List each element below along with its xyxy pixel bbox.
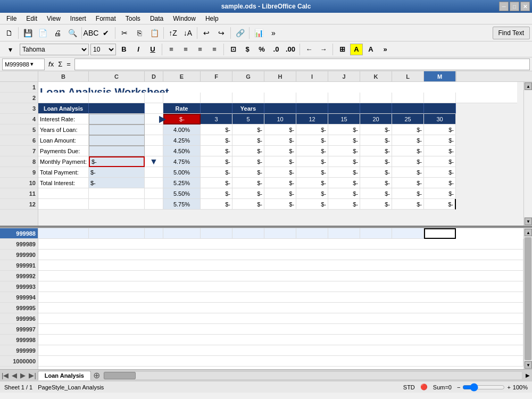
cell-i11[interactable]: $- <box>296 188 328 199</box>
cell-e3[interactable]: Rate <box>163 103 201 114</box>
currency-button[interactable]: $ <box>241 44 254 55</box>
cell-f9[interactable]: $- <box>201 167 232 178</box>
cell-c6[interactable] <box>89 135 145 146</box>
cell-f3[interactable] <box>201 103 232 114</box>
col-header-b[interactable]: B <box>38 71 89 81</box>
cell-m11[interactable]: $- <box>424 188 456 199</box>
scroll-thumb-h[interactable] <box>104 372 136 379</box>
menu-view[interactable]: View <box>43 14 65 23</box>
pdf-button[interactable]: 📄 <box>36 26 49 40</box>
cell-h7[interactable]: $- <box>264 146 296 156</box>
cell-c12[interactable] <box>89 199 145 210</box>
empty-row-999999[interactable] <box>38 345 523 356</box>
menu-file[interactable]: File <box>2 14 21 23</box>
cell-j999988[interactable] <box>328 228 360 239</box>
cell-d10[interactable] <box>145 178 163 188</box>
cell-b2[interactable] <box>38 93 89 103</box>
percent-button[interactable]: % <box>255 44 268 55</box>
cell-d2[interactable] <box>145 93 163 103</box>
cell-e999988[interactable] <box>163 228 201 239</box>
col-header-d[interactable]: D <box>145 71 163 81</box>
bold-button[interactable]: B <box>118 44 130 55</box>
cell-c11[interactable] <box>89 188 145 199</box>
sheet-nav-next[interactable]: ▶ <box>19 371 27 379</box>
col-header-j[interactable]: J <box>328 71 360 81</box>
cell-i3[interactable] <box>296 103 328 114</box>
cell-k12[interactable]: $- <box>360 199 392 210</box>
cell-i2[interactable] <box>296 93 328 103</box>
cell-k4[interactable]: 20 <box>360 114 392 124</box>
cell-e10[interactable]: 5.25% <box>163 178 201 188</box>
cell-f12[interactable]: $- <box>201 199 232 210</box>
window-controls[interactable]: ─ □ ✕ <box>499 2 530 11</box>
cell-e12[interactable]: 5.75% <box>163 199 201 210</box>
cell-k6[interactable]: $- <box>360 135 392 146</box>
zoom-out-button[interactable]: − <box>457 384 460 390</box>
cell-m4[interactable]: 30 <box>424 114 456 124</box>
cell-j4[interactable]: 15 <box>328 114 360 124</box>
cell-l10[interactable]: $- <box>392 178 424 188</box>
cell-l3[interactable] <box>392 103 424 114</box>
cell-k3[interactable] <box>360 103 392 114</box>
menu-data[interactable]: Data <box>146 14 168 23</box>
copy-button[interactable]: ⎘ <box>132 26 146 40</box>
cell-m6[interactable]: $- <box>424 135 456 146</box>
sheet-nav-last[interactable]: ▶| <box>27 371 37 379</box>
underline-button[interactable]: U <box>146 44 159 55</box>
style-dropdown-button[interactable]: ▾ <box>2 43 18 56</box>
cell-b7[interactable]: Payments Due: <box>38 146 89 156</box>
zoom-slider[interactable] <box>462 383 505 392</box>
scroll-up-button[interactable]: ▲ <box>525 82 532 90</box>
cell-g999988[interactable] <box>232 228 264 239</box>
function-wizard-button[interactable]: fx <box>47 60 55 68</box>
cell-f4[interactable]: 3 <box>201 114 232 124</box>
cell-f10[interactable]: $- <box>201 178 232 188</box>
cell-c9[interactable]: $- <box>89 167 145 178</box>
cell-d4[interactable]: ▶ <box>145 114 163 124</box>
cell-k7[interactable]: $- <box>360 146 392 156</box>
col-header-f[interactable]: F <box>201 71 232 81</box>
cell-m9[interactable]: $- <box>424 167 456 178</box>
cell-c3[interactable] <box>89 103 145 114</box>
scroll-up-button-2[interactable]: ▲ <box>525 229 532 236</box>
empty-row-999996[interactable] <box>38 313 523 324</box>
menu-format[interactable]: Format <box>92 14 120 23</box>
cell-g5[interactable]: $- <box>232 124 264 135</box>
empty-row-999989[interactable] <box>38 239 523 250</box>
formula-input[interactable] <box>74 59 530 70</box>
cell-d5[interactable] <box>145 124 163 135</box>
cell-m2[interactable] <box>424 93 456 103</box>
cell-g12[interactable]: $- <box>232 199 264 210</box>
cell-f5[interactable]: $- <box>201 124 232 135</box>
menu-edit[interactable]: Edit <box>22 14 41 23</box>
cell-d7[interactable] <box>145 146 163 156</box>
cell-e9[interactable]: 5.00% <box>163 167 201 178</box>
cell-j2[interactable] <box>328 93 360 103</box>
scroll-down-button-2[interactable]: ▼ <box>525 361 532 369</box>
cell-h11[interactable]: $- <box>264 188 296 199</box>
more-fmt-button[interactable]: » <box>379 44 392 55</box>
scrollbar-vertical-bottom[interactable]: ▲ ▼ <box>523 228 532 369</box>
cell-f6[interactable]: $- <box>201 135 232 146</box>
cell-h4[interactable]: 10 <box>264 114 296 124</box>
cell-m3[interactable] <box>424 103 456 114</box>
cell-f7[interactable]: $- <box>201 146 232 156</box>
cell-j11[interactable]: $- <box>328 188 360 199</box>
cell-c5[interactable] <box>89 124 145 135</box>
cell-h2[interactable] <box>264 93 296 103</box>
spellcheck-button[interactable]: ABC <box>84 26 98 40</box>
empty-row-999994[interactable] <box>38 292 523 303</box>
cell-m5[interactable]: $- <box>424 124 456 135</box>
empty-row-999992[interactable] <box>38 271 523 281</box>
cell-i999988[interactable] <box>296 228 328 239</box>
cell-g3[interactable]: Years <box>232 103 264 114</box>
cell-b5[interactable]: Years of Loan: <box>38 124 89 135</box>
cell-j7[interactable]: $- <box>328 146 360 156</box>
empty-row-999990[interactable] <box>38 250 523 260</box>
sheet-nav-prev[interactable]: ◀ <box>10 371 19 379</box>
cell-l5[interactable]: $- <box>392 124 424 135</box>
merge-cells-button[interactable]: ⊡ <box>227 44 239 55</box>
maximize-button[interactable]: □ <box>510 2 519 11</box>
cell-i10[interactable]: $- <box>296 178 328 188</box>
align-center-button[interactable]: ≡ <box>179 44 192 55</box>
